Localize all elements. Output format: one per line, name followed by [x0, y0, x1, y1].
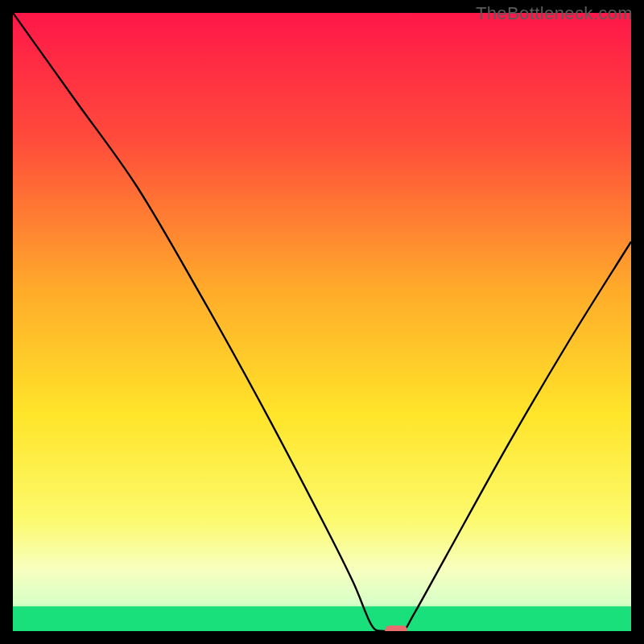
- plot-area: [13, 13, 631, 631]
- optimal-marker: [385, 625, 407, 631]
- chart-frame: TheBottleneck.com: [0, 0, 644, 644]
- watermark-text: TheBottleneck.com: [476, 3, 633, 24]
- bottleneck-chart: [13, 13, 631, 631]
- gradient-background: [13, 13, 631, 631]
- pale-band: [13, 557, 631, 606]
- green-band: [13, 606, 631, 631]
